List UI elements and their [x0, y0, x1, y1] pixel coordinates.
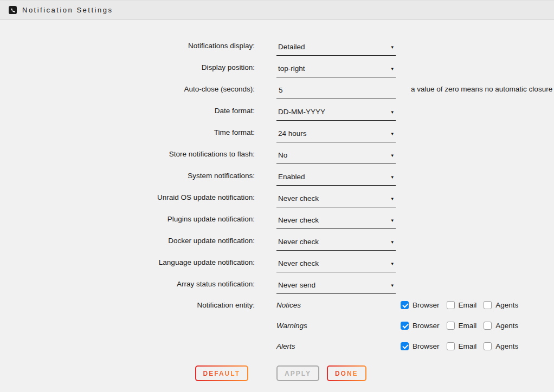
field-label: Time format:	[0, 128, 255, 136]
checkbox-label: Agents	[495, 342, 518, 350]
default-button[interactable]: DEFAULT	[195, 365, 248, 381]
checkbox-alerts-browser[interactable]: Browser	[401, 342, 440, 350]
field-label: Plugins update notification:	[0, 215, 255, 223]
form-row: Array status notification: Never send ▾	[0, 273, 554, 295]
field-label: Notification entity:	[0, 301, 255, 309]
checkbox-box[interactable]	[447, 301, 455, 309]
chevron-down-icon: ▾	[391, 261, 394, 266]
checkbox-box[interactable]	[484, 322, 492, 330]
settings-form: Notifications display: Detailed ▾ Displa…	[0, 20, 554, 381]
docker-update-select[interactable]: Never check ▾	[276, 237, 396, 251]
entity-row-warnings: Warnings Browser Email Agents	[0, 315, 554, 336]
entity-name-warnings: Warnings	[276, 322, 401, 330]
checkbox-label: Agents	[495, 322, 518, 330]
chevron-down-icon: ▾	[391, 109, 394, 115]
checkbox-box[interactable]	[484, 342, 492, 350]
checkbox-box[interactable]	[484, 301, 492, 309]
checkbox-box[interactable]	[447, 322, 455, 330]
field-label: Auto-close (seconds):	[0, 85, 255, 93]
checkbox-alerts-agents[interactable]: Agents	[484, 342, 518, 350]
checkbox-label: Agents	[495, 301, 518, 309]
select-value: top-right	[278, 64, 305, 73]
checkbox-box[interactable]	[401, 342, 409, 350]
field-label: Notifications display:	[0, 42, 255, 50]
select-value: No	[278, 151, 287, 159]
display-position-select[interactable]: top-right ▾	[276, 63, 396, 77]
time-format-select[interactable]: 24 hours ▾	[276, 128, 396, 142]
form-row: Date format: DD-MM-YYYY ▾	[0, 100, 554, 121]
chevron-down-icon: ▾	[391, 196, 394, 201]
form-row: Auto-close (seconds): a value of zero me…	[0, 78, 554, 100]
language-update-select[interactable]: Never check ▾	[276, 258, 396, 272]
form-row: Display position: top-right ▾	[0, 56, 554, 78]
checkbox-label: Browser	[413, 301, 440, 309]
chevron-down-icon: ▾	[391, 174, 394, 180]
auto-close-input[interactable]	[276, 85, 396, 99]
entity-name-notices: Notices	[276, 301, 401, 309]
chevron-down-icon: ▾	[391, 218, 394, 223]
field-note: a value of zero means no automatic closu…	[411, 85, 552, 93]
field-label: Store notifications to flash:	[0, 150, 255, 158]
checkbox-alerts-email[interactable]: Email	[447, 342, 477, 350]
select-value: Never check	[278, 259, 319, 267]
checkbox-box[interactable]	[401, 322, 409, 330]
phone-square-icon	[9, 6, 17, 14]
field-label: Unraid OS update notification:	[0, 193, 255, 201]
array-status-select[interactable]: Never send ▾	[276, 280, 396, 294]
chevron-down-icon: ▾	[391, 153, 394, 158]
checkbox-label: Browser	[413, 322, 440, 330]
select-value: Never check	[278, 238, 319, 246]
checkbox-warnings-email[interactable]: Email	[447, 322, 477, 330]
chevron-down-icon: ▾	[391, 283, 394, 288]
checkbox-notices-browser[interactable]: Browser	[401, 301, 440, 309]
select-value: 24 hours	[278, 129, 307, 138]
select-value: Never send	[278, 281, 315, 289]
store-notifications-select[interactable]: No ▾	[276, 150, 396, 164]
chevron-down-icon: ▾	[391, 239, 394, 245]
button-row: DEFAULT APPLY DONE	[0, 365, 554, 381]
done-button[interactable]: DONE	[327, 365, 366, 381]
form-row: Language update notification: Never chec…	[0, 251, 554, 273]
plugins-update-select[interactable]: Never check ▾	[276, 215, 396, 229]
checkbox-notices-email[interactable]: Email	[447, 301, 477, 309]
notifications-display-select[interactable]: Detailed ▾	[276, 42, 396, 56]
checkbox-label: Email	[459, 301, 477, 309]
select-value: Detailed	[278, 43, 305, 51]
field-label: Date format:	[0, 107, 255, 115]
checkbox-warnings-browser[interactable]: Browser	[401, 322, 440, 330]
titlebar: Notification Settings	[0, 0, 554, 20]
entity-name-alerts: Alerts	[276, 342, 401, 350]
form-row: Store notifications to flash: No ▾	[0, 143, 554, 165]
select-value: Never check	[278, 216, 319, 224]
field-label: Docker update notification:	[0, 237, 255, 245]
form-row: Unraid OS update notification: Never che…	[0, 186, 554, 208]
entity-row-alerts: Alerts Browser Email Agents	[0, 336, 554, 356]
checkbox-notices-agents[interactable]: Agents	[484, 301, 518, 309]
entity-row-notices: Notification entity: Notices Browser Ema…	[0, 295, 554, 315]
form-row: Notifications display: Detailed ▾	[0, 35, 554, 56]
field-label: Array status notification:	[0, 280, 255, 288]
select-value: DD-MM-YYYY	[278, 108, 325, 116]
checkbox-label: Email	[459, 322, 477, 330]
unraid-os-update-select[interactable]: Never check ▾	[276, 193, 396, 207]
date-format-select[interactable]: DD-MM-YYYY ▾	[276, 107, 396, 121]
chevron-down-icon: ▾	[391, 131, 394, 136]
field-label: Language update notification:	[0, 258, 255, 266]
chevron-down-icon: ▾	[391, 66, 394, 71]
apply-button[interactable]: APPLY	[276, 365, 319, 381]
form-row: Docker update notification: Never check …	[0, 230, 554, 251]
select-value: Never check	[278, 194, 319, 202]
checkbox-warnings-agents[interactable]: Agents	[484, 322, 518, 330]
checkbox-label: Email	[459, 342, 477, 350]
system-notifications-select[interactable]: Enabled ▾	[276, 172, 396, 186]
chevron-down-icon: ▾	[391, 44, 394, 50]
field-label: Display position:	[0, 63, 255, 71]
checkbox-box[interactable]	[401, 301, 409, 309]
form-row: System notifications: Enabled ▾	[0, 165, 554, 186]
checkbox-label: Browser	[413, 342, 440, 350]
page-title: Notification Settings	[22, 6, 113, 14]
field-label: System notifications:	[0, 172, 255, 180]
form-row: Plugins update notification: Never check…	[0, 208, 554, 230]
checkbox-box[interactable]	[447, 342, 455, 350]
select-value: Enabled	[278, 173, 305, 181]
